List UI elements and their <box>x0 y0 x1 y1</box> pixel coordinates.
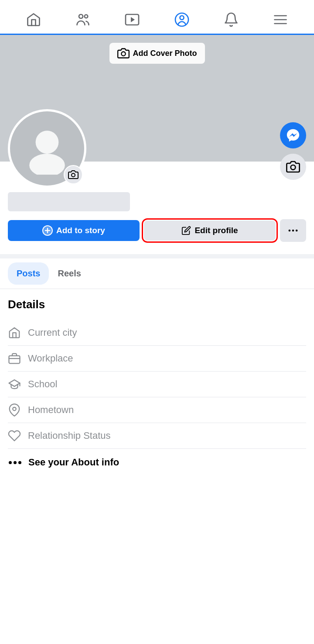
edit-cover-photo-button[interactable] <box>280 154 306 180</box>
tab-reels[interactable]: Reels <box>49 262 89 285</box>
profile-tabs: Posts Reels <box>0 258 314 289</box>
svg-point-18 <box>292 230 294 232</box>
edit-profile-button[interactable]: Edit profile <box>144 220 276 241</box>
add-to-story-button[interactable]: Add to story <box>8 220 140 241</box>
see-about-label: See your About info <box>28 457 119 468</box>
svg-point-19 <box>296 230 298 232</box>
relationship-label: Relationship Status <box>28 430 111 441</box>
section-divider <box>0 254 314 258</box>
svg-point-1 <box>85 14 88 18</box>
svg-rect-20 <box>9 356 20 364</box>
briefcase-icon <box>8 352 21 365</box>
messenger-button[interactable] <box>280 122 306 148</box>
three-dots-icon <box>8 461 21 464</box>
location-icon <box>8 403 21 417</box>
detail-hometown[interactable]: Hometown <box>8 397 306 423</box>
nav-friends[interactable] <box>58 7 107 33</box>
nav-notifications[interactable] <box>206 7 256 33</box>
navigation-bar <box>0 0 314 35</box>
heart-icon <box>8 429 21 442</box>
detail-workplace[interactable]: Workplace <box>8 346 306 371</box>
svg-point-17 <box>289 230 291 232</box>
current-city-label: Current city <box>28 327 77 338</box>
profile-picture-wrapper <box>8 109 86 188</box>
svg-point-12 <box>29 154 65 175</box>
tab-posts[interactable]: Posts <box>8 262 49 285</box>
school-label: School <box>28 379 57 390</box>
details-section: Details Current city Workplace School <box>0 289 314 485</box>
home-icon <box>8 326 21 339</box>
svg-point-11 <box>36 131 59 154</box>
detail-current-city[interactable]: Current city <box>8 320 306 345</box>
svg-point-13 <box>72 173 75 177</box>
graduation-icon <box>8 378 21 391</box>
workplace-label: Workplace <box>28 353 73 364</box>
see-about-info-button[interactable]: See your About info <box>8 449 306 476</box>
details-heading: Details <box>8 298 306 311</box>
svg-point-23 <box>13 407 16 411</box>
nav-profile[interactable] <box>157 7 206 33</box>
hometown-label: Hometown <box>28 404 74 416</box>
nav-home[interactable] <box>9 7 58 33</box>
more-options-button[interactable] <box>280 219 306 242</box>
svg-point-5 <box>180 16 184 20</box>
detail-school[interactable]: School <box>8 372 306 397</box>
add-cover-photo-button[interactable]: Add Cover Photo <box>109 43 205 64</box>
edit-profile-photo-button[interactable] <box>64 165 83 184</box>
cover-photo-area: Add Cover Photo <box>0 35 314 162</box>
profile-name-placeholder <box>8 192 130 211</box>
nav-watch[interactable] <box>108 7 157 33</box>
nav-menu[interactable] <box>256 7 305 33</box>
svg-point-0 <box>79 14 83 18</box>
svg-point-10 <box>291 165 296 170</box>
action-buttons: Add to story Edit profile <box>8 219 306 242</box>
detail-relationship[interactable]: Relationship Status <box>8 423 306 448</box>
svg-marker-3 <box>131 17 135 22</box>
svg-point-9 <box>121 52 125 56</box>
